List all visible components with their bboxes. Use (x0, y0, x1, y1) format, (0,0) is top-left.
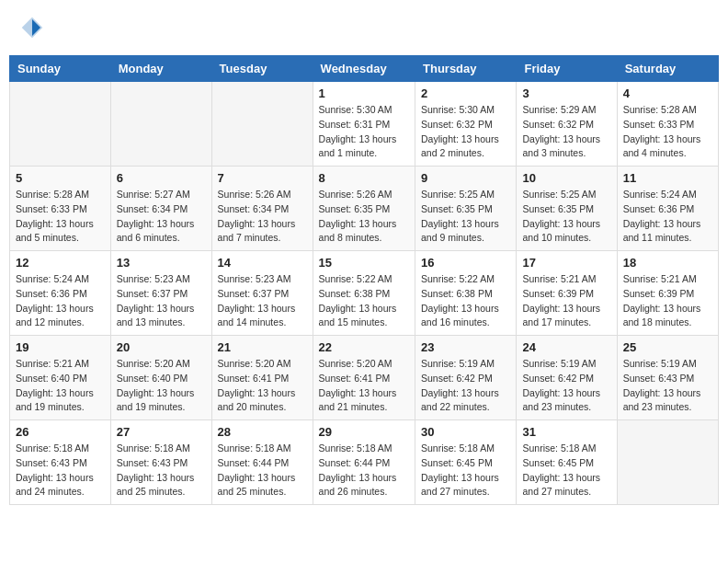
day-info: Sunrise: 5:22 AM Sunset: 6:38 PM Dayligh… (319, 272, 409, 330)
calendar-cell: 8Sunrise: 5:26 AM Sunset: 6:35 PM Daylig… (313, 167, 415, 251)
day-info: Sunrise: 5:19 AM Sunset: 6:43 PM Dayligh… (623, 357, 712, 415)
calendar-cell: 22Sunrise: 5:20 AM Sunset: 6:41 PM Dayli… (313, 336, 415, 420)
day-number: 11 (623, 171, 712, 185)
day-info: Sunrise: 5:21 AM Sunset: 6:39 PM Dayligh… (522, 272, 610, 330)
week-row-1: 1Sunrise: 5:30 AM Sunset: 6:31 PM Daylig… (10, 82, 719, 167)
calendar-cell: 28Sunrise: 5:18 AM Sunset: 6:44 PM Dayli… (211, 420, 313, 505)
calendar-header-saturday: Saturday (617, 56, 718, 82)
day-info: Sunrise: 5:18 AM Sunset: 6:43 PM Dayligh… (16, 442, 105, 500)
day-number: 26 (16, 425, 105, 439)
day-info: Sunrise: 5:20 AM Sunset: 6:40 PM Dayligh… (117, 357, 206, 415)
calendar-header-row: SundayMondayTuesdayWednesdayThursdayFrid… (10, 56, 719, 82)
day-info: Sunrise: 5:26 AM Sunset: 6:35 PM Dayligh… (319, 188, 409, 246)
day-number: 13 (117, 256, 206, 270)
day-info: Sunrise: 5:18 AM Sunset: 6:44 PM Dayligh… (319, 442, 409, 500)
day-number: 14 (218, 256, 307, 270)
calendar-cell: 14Sunrise: 5:23 AM Sunset: 6:37 PM Dayli… (211, 251, 313, 336)
day-info: Sunrise: 5:19 AM Sunset: 6:42 PM Dayligh… (522, 357, 610, 415)
calendar-cell: 21Sunrise: 5:20 AM Sunset: 6:41 PM Dayli… (211, 336, 313, 420)
logo-icon (18, 14, 46, 41)
week-row-5: 26Sunrise: 5:18 AM Sunset: 6:43 PM Dayli… (10, 420, 719, 505)
calendar-cell: 30Sunrise: 5:18 AM Sunset: 6:45 PM Dayli… (415, 420, 517, 505)
calendar-cell: 16Sunrise: 5:22 AM Sunset: 6:38 PM Dayli… (415, 251, 517, 336)
calendar-cell: 12Sunrise: 5:24 AM Sunset: 6:36 PM Dayli… (10, 251, 111, 336)
day-info: Sunrise: 5:20 AM Sunset: 6:41 PM Dayligh… (218, 357, 307, 415)
day-info: Sunrise: 5:18 AM Sunset: 6:44 PM Dayligh… (218, 442, 307, 500)
day-number: 9 (421, 171, 510, 185)
day-number: 20 (117, 340, 206, 354)
calendar-header-friday: Friday (517, 56, 617, 82)
calendar-cell: 27Sunrise: 5:18 AM Sunset: 6:43 PM Dayli… (110, 420, 211, 505)
day-number: 7 (218, 171, 307, 185)
day-number: 23 (421, 340, 510, 354)
day-info: Sunrise: 5:28 AM Sunset: 6:33 PM Dayligh… (623, 103, 712, 161)
calendar-header-wednesday: Wednesday (313, 56, 415, 82)
day-info: Sunrise: 5:21 AM Sunset: 6:39 PM Dayligh… (623, 272, 712, 330)
calendar-cell: 9Sunrise: 5:25 AM Sunset: 6:35 PM Daylig… (415, 167, 517, 251)
day-number: 6 (117, 171, 206, 185)
day-info: Sunrise: 5:18 AM Sunset: 6:45 PM Dayligh… (421, 442, 510, 500)
day-number: 2 (421, 86, 510, 100)
calendar-cell (617, 420, 718, 505)
day-number: 28 (218, 425, 307, 439)
day-number: 3 (522, 86, 610, 100)
day-number: 31 (522, 425, 610, 439)
day-number: 25 (623, 340, 712, 354)
calendar-cell: 20Sunrise: 5:20 AM Sunset: 6:40 PM Dayli… (110, 336, 211, 420)
day-number: 27 (117, 425, 206, 439)
day-info: Sunrise: 5:21 AM Sunset: 6:40 PM Dayligh… (16, 357, 105, 415)
day-info: Sunrise: 5:26 AM Sunset: 6:34 PM Dayligh… (218, 188, 307, 246)
page-header (9, 9, 719, 46)
day-info: Sunrise: 5:29 AM Sunset: 6:32 PM Dayligh… (522, 103, 610, 161)
day-number: 12 (16, 256, 105, 270)
calendar-cell: 10Sunrise: 5:25 AM Sunset: 6:35 PM Dayli… (517, 167, 617, 251)
calendar-cell: 1Sunrise: 5:30 AM Sunset: 6:31 PM Daylig… (313, 82, 415, 167)
day-info: Sunrise: 5:24 AM Sunset: 6:36 PM Dayligh… (623, 188, 712, 246)
day-info: Sunrise: 5:18 AM Sunset: 6:45 PM Dayligh… (522, 442, 610, 500)
calendar-cell: 25Sunrise: 5:19 AM Sunset: 6:43 PM Dayli… (617, 336, 718, 420)
calendar-cell: 7Sunrise: 5:26 AM Sunset: 6:34 PM Daylig… (211, 167, 313, 251)
calendar-cell: 19Sunrise: 5:21 AM Sunset: 6:40 PM Dayli… (10, 336, 111, 420)
day-info: Sunrise: 5:23 AM Sunset: 6:37 PM Dayligh… (117, 272, 206, 330)
calendar-cell (110, 82, 211, 167)
calendar-cell (211, 82, 313, 167)
calendar-cell: 2Sunrise: 5:30 AM Sunset: 6:32 PM Daylig… (415, 82, 517, 167)
calendar-header-thursday: Thursday (415, 56, 517, 82)
week-row-2: 5Sunrise: 5:28 AM Sunset: 6:33 PM Daylig… (10, 167, 719, 251)
calendar-cell: 15Sunrise: 5:22 AM Sunset: 6:38 PM Dayli… (313, 251, 415, 336)
day-number: 17 (522, 256, 610, 270)
day-number: 18 (623, 256, 712, 270)
calendar-cell: 11Sunrise: 5:24 AM Sunset: 6:36 PM Dayli… (617, 167, 718, 251)
day-number: 15 (319, 256, 409, 270)
calendar-cell: 26Sunrise: 5:18 AM Sunset: 6:43 PM Dayli… (10, 420, 111, 505)
logo (18, 14, 48, 41)
calendar-header-monday: Monday (110, 56, 211, 82)
day-info: Sunrise: 5:28 AM Sunset: 6:33 PM Dayligh… (16, 188, 105, 246)
week-row-4: 19Sunrise: 5:21 AM Sunset: 6:40 PM Dayli… (10, 336, 719, 420)
day-number: 1 (319, 86, 409, 100)
day-number: 10 (522, 171, 610, 185)
calendar-cell: 13Sunrise: 5:23 AM Sunset: 6:37 PM Dayli… (110, 251, 211, 336)
day-info: Sunrise: 5:23 AM Sunset: 6:37 PM Dayligh… (218, 272, 307, 330)
day-info: Sunrise: 5:18 AM Sunset: 6:43 PM Dayligh… (117, 442, 206, 500)
calendar-cell: 3Sunrise: 5:29 AM Sunset: 6:32 PM Daylig… (517, 82, 617, 167)
day-number: 16 (421, 256, 510, 270)
day-number: 21 (218, 340, 307, 354)
day-number: 4 (623, 86, 712, 100)
day-number: 24 (522, 340, 610, 354)
calendar-header-tuesday: Tuesday (211, 56, 313, 82)
calendar-cell: 4Sunrise: 5:28 AM Sunset: 6:33 PM Daylig… (617, 82, 718, 167)
day-info: Sunrise: 5:27 AM Sunset: 6:34 PM Dayligh… (117, 188, 206, 246)
day-number: 29 (319, 425, 409, 439)
week-row-3: 12Sunrise: 5:24 AM Sunset: 6:36 PM Dayli… (10, 251, 719, 336)
calendar-cell: 6Sunrise: 5:27 AM Sunset: 6:34 PM Daylig… (110, 167, 211, 251)
day-number: 22 (319, 340, 409, 354)
calendar-cell: 31Sunrise: 5:18 AM Sunset: 6:45 PM Dayli… (517, 420, 617, 505)
day-number: 30 (421, 425, 510, 439)
calendar-cell: 29Sunrise: 5:18 AM Sunset: 6:44 PM Dayli… (313, 420, 415, 505)
day-info: Sunrise: 5:24 AM Sunset: 6:36 PM Dayligh… (16, 272, 105, 330)
calendar-cell (10, 82, 111, 167)
day-number: 8 (319, 171, 409, 185)
day-info: Sunrise: 5:30 AM Sunset: 6:32 PM Dayligh… (421, 103, 510, 161)
calendar-cell: 24Sunrise: 5:19 AM Sunset: 6:42 PM Dayli… (517, 336, 617, 420)
